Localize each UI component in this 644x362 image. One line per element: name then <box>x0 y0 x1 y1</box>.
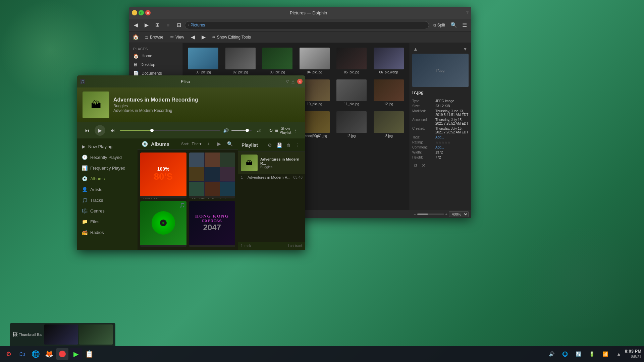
tray-wifi-icon[interactable]: 🔄 <box>573 348 585 360</box>
home-button[interactable]: 🏠 <box>131 33 141 42</box>
playlist-save-button[interactable]: 💾 <box>275 141 283 149</box>
info-expand-btn1[interactable]: ⧉ <box>412 162 419 169</box>
info-tags-add[interactable]: Add... <box>435 135 444 139</box>
file-item-10[interactable]: 11_pic.jpg <box>334 77 370 108</box>
thumbnail-preview-2[interactable] <box>79 324 113 345</box>
elisa-maximize-icon[interactable]: △ <box>291 79 294 84</box>
shuffle-button[interactable]: ⇄ <box>254 126 264 135</box>
tray-audio-icon[interactable]: 🌐 <box>559 348 571 360</box>
tray-bluetooth-icon[interactable]: 📶 <box>599 348 611 360</box>
browse-button[interactable]: 🗂 Browse <box>142 33 166 42</box>
nav-files[interactable]: 📁 Files <box>77 216 138 227</box>
zoom-bar <box>417 214 444 215</box>
skip-back-button[interactable]: ⏮ <box>83 126 92 135</box>
nav-radios[interactable]: 📻 Radios <box>77 227 138 238</box>
albums-nav-label: Albums <box>90 176 105 181</box>
split-button[interactable]: ⧉ Split <box>430 20 448 30</box>
view-details-button[interactable]: ≡ <box>163 20 173 30</box>
album-card-astoria[interactable]: 🎵 1993-04-29: Astoria ... Midnight Oil <box>140 201 186 247</box>
view-columns-button[interactable]: ⊟ <box>174 20 183 30</box>
album-name-roxy: 12 of Their Greatest... <box>192 197 233 198</box>
search-albums-button[interactable]: 🔍 <box>226 140 234 148</box>
skip-forward-button[interactable]: ⏭ <box>108 126 117 135</box>
album-card-hk[interactable]: HONG KONG EXPRESS 2047 2047 Hong Kong Ex… <box>189 201 235 247</box>
albums-grid: 100% 80'S 100% 80's Various Artists <box>138 150 238 250</box>
sort-value[interactable]: Title ▾ <box>192 142 202 146</box>
view-icons-button[interactable]: ⊞ <box>153 20 162 30</box>
tracks-nav-label: Tracks <box>90 198 103 203</box>
close-button[interactable]: ✕ <box>145 10 151 15</box>
elisa-minimize-icon[interactable]: ▽ <box>286 79 289 84</box>
search-button[interactable]: 🔍 <box>449 20 459 30</box>
file-item-11[interactable]: 12.jpg <box>371 77 407 108</box>
taskbar-settings-icon[interactable]: ⚙ <box>3 348 15 360</box>
tray-battery-icon[interactable]: 🔋 <box>586 348 598 360</box>
info-expand-btn2[interactable]: ✕ <box>420 162 427 169</box>
help-icon[interactable]: ? <box>466 10 469 15</box>
play-albums-button[interactable]: ▶ <box>215 140 223 148</box>
album-info-astoria: 1993-04-29: Astoria ... Midnight Oil <box>140 245 186 247</box>
info-panel-expand-down[interactable]: ▼ <box>462 46 469 52</box>
menu-button[interactable]: ☰ <box>460 20 469 30</box>
show-playlist-button[interactable]: ☰ Show Playlist <box>278 126 288 135</box>
address-bar[interactable]: › Pictures <box>185 21 429 29</box>
volume-bar[interactable] <box>231 130 252 131</box>
playlist-clear-button[interactable]: 🗑 <box>284 141 292 149</box>
file-item-02[interactable]: 03_pic.jpg <box>260 46 296 76</box>
tray-network-icon[interactable]: 🔊 <box>546 348 558 360</box>
info-rating-stars[interactable]: ☆☆☆☆☆ <box>435 140 450 144</box>
repeat-button[interactable]: ↻ <box>266 126 276 135</box>
thumbnail-preview-1[interactable] <box>44 324 78 345</box>
file-item-17[interactable]: l3.jpg <box>371 109 407 140</box>
nav-genres[interactable]: 🎼 Genres <box>77 205 138 216</box>
progress-bar[interactable] <box>120 130 220 131</box>
file-item-16[interactable]: l2.jpg <box>334 109 370 140</box>
sidebar-item-home[interactable]: 🏠 Home <box>129 52 182 60</box>
playlist-settings-button[interactable]: ⚙ <box>266 141 274 149</box>
file-item-03[interactable]: 04_pic.jpg <box>297 46 333 76</box>
taskbar-firefox-icon[interactable]: 🦊 <box>43 348 55 360</box>
taskbar-terminal-icon[interactable]: ▶ <box>70 348 82 360</box>
zoom-out-btn[interactable]: − <box>414 212 416 216</box>
forward-button[interactable]: ▶ <box>142 20 151 30</box>
playlist-options-button[interactable]: ⋮ <box>294 141 302 149</box>
album-card-80s[interactable]: 100% 80'S 100% 80's Various Artists <box>140 153 186 198</box>
taskbar-clock[interactable]: 8:03 PM 8/5/21 <box>625 349 641 359</box>
view-button[interactable]: 👁 View <box>167 33 187 42</box>
volume-fill <box>231 130 246 131</box>
elisa-close-button[interactable]: ✕ <box>297 79 303 84</box>
taskbar-elisa-icon[interactable] <box>56 348 68 360</box>
file-item-05[interactable]: 06_pic.webp <box>371 46 407 76</box>
show-editing-tools-button[interactable]: ✏ Show Editing Tools <box>210 33 254 42</box>
info-panel-expand-up[interactable]: ▲ <box>412 46 419 52</box>
more-options-button[interactable]: ⋮ <box>290 126 300 135</box>
breadcrumb-pictures[interactable]: Pictures <box>191 23 205 27</box>
minimize-button[interactable]: − <box>132 10 137 15</box>
nav-albums[interactable]: 💿 Albums <box>77 173 138 184</box>
nav-artists[interactable]: 👤 Artists <box>77 184 138 195</box>
tray-expand-icon[interactable]: ▲ <box>613 348 625 360</box>
album-card-roxy[interactable]: 12 of Their Greatest... Roxy Music <box>189 153 235 198</box>
info-comment-add[interactable]: Add... <box>435 145 444 149</box>
file-item-04[interactable]: 05_pic.jpg <box>334 46 370 76</box>
playlist-track-row-1[interactable]: 1 Adventures in Modern R... 03:46 <box>238 174 305 181</box>
back-button[interactable]: ◀ <box>131 20 141 30</box>
file-item-01[interactable]: 02_pic.jpg <box>223 46 259 76</box>
nav-frequently-played[interactable]: 📊 Frequently Played <box>77 163 138 173</box>
maximize-button[interactable]: □ <box>139 10 144 15</box>
add-album-button[interactable]: + <box>204 140 212 148</box>
zoom-percent-select[interactable]: 400%200%100% <box>449 211 469 217</box>
file-item-00[interactable]: 00_pic.jpg <box>185 46 221 76</box>
nav-tracks[interactable]: 🎵 Tracks <box>77 195 138 205</box>
nav-forward-button[interactable]: ▶ <box>199 33 208 42</box>
file-name-15: evteocjfl0g61.jpg <box>302 134 327 138</box>
play-pause-button[interactable]: ▶ <box>95 125 105 136</box>
nav-recently-played[interactable]: 🕐 Recently Played <box>77 152 138 163</box>
sidebar-item-desktop[interactable]: 🖥 Desktop <box>129 60 182 69</box>
taskbar-browser-icon[interactable]: 🌐 <box>30 348 42 360</box>
nav-now-playing[interactable]: ▶ Now Playing <box>77 141 138 152</box>
nav-back-button[interactable]: ◀ <box>188 33 198 42</box>
taskbar-system-icon[interactable]: 📋 <box>83 348 95 360</box>
taskbar-files-icon[interactable]: 🗂 <box>16 348 28 360</box>
zoom-in-btn[interactable]: + <box>445 212 447 216</box>
